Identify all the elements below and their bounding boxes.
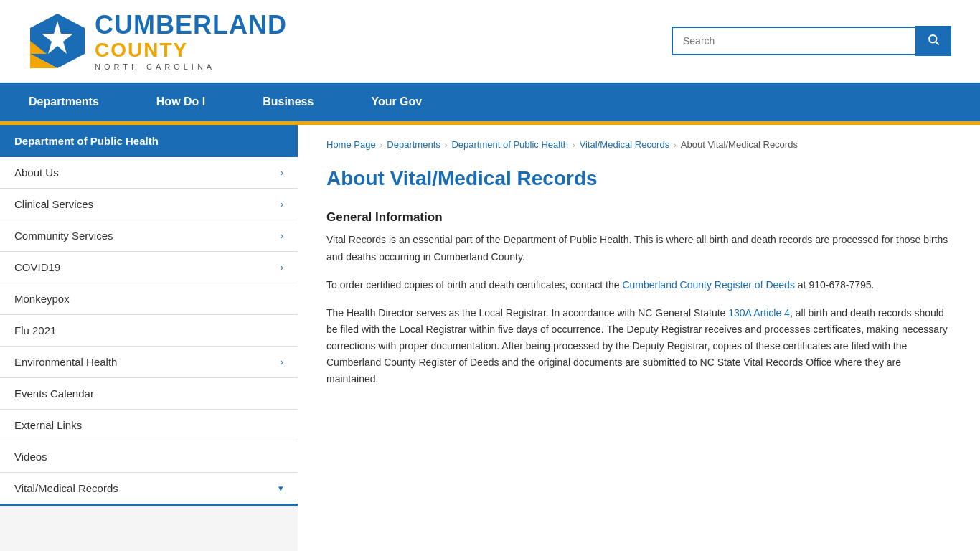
breadcrumb-current: About Vital/Medical Records <box>681 139 798 150</box>
nav-departments[interactable]: Departments <box>29 83 156 121</box>
sidebar-item-community[interactable]: Community Services › <box>0 220 298 252</box>
sidebar-header: Department of Public Health <box>0 125 298 157</box>
sidebar-item-label: About Us <box>14 166 59 179</box>
logo-cumberland: CUMBERLAND <box>95 11 287 39</box>
statute-link[interactable]: 130A Article 4 <box>728 307 790 319</box>
search-area <box>672 26 951 56</box>
breadcrumb-dept-public-health[interactable]: Department of Public Health <box>451 139 568 150</box>
sidebar-arrow-icon: › <box>281 262 283 273</box>
sidebar-item-label: Environmental Health <box>14 356 117 368</box>
page-title: About Vital/Medical Records <box>326 167 951 190</box>
sidebar-item-label: Monkeypox <box>14 293 70 305</box>
logo-county: COUNTY <box>95 39 287 62</box>
sidebar-item-label: Events Calendar <box>14 387 94 400</box>
logo-nc: NORTH CAROLINA <box>95 62 287 71</box>
breadcrumb-vital-records[interactable]: Vital/Medical Records <box>580 139 669 150</box>
sidebar-item-monkeypox[interactable]: Monkeypox <box>0 283 298 315</box>
main-nav: Departments How Do I Business Your Gov <box>0 83 980 121</box>
sidebar-item-label: Videos <box>14 451 47 463</box>
sidebar-item-covid[interactable]: COVID19 › <box>0 252 298 283</box>
nav-business[interactable]: Business <box>263 83 371 121</box>
svg-line-5 <box>936 42 938 45</box>
section-heading-general: General Information <box>326 210 951 225</box>
sidebar-item-clinical[interactable]: Clinical Services › <box>0 189 298 220</box>
logo-area: CUMBERLAND COUNTY NORTH CAROLINA <box>29 11 287 71</box>
sidebar-arrow-icon: › <box>281 199 283 209</box>
sidebar-item-videos[interactable]: Videos <box>0 441 298 473</box>
sidebar-item-external[interactable]: External Links <box>0 410 298 441</box>
nav-how-do-i[interactable]: How Do I <box>156 83 263 121</box>
breadcrumb-sep-4: › <box>674 141 677 149</box>
main-content: Home Page › Departments › Department of … <box>298 125 980 551</box>
content-area: Department of Public Health About Us › C… <box>0 125 980 551</box>
sidebar-arrow-icon: › <box>281 167 283 178</box>
breadcrumb: Home Page › Departments › Department of … <box>326 139 951 150</box>
breadcrumb-departments[interactable]: Departments <box>387 139 440 150</box>
sidebar-item-label: Clinical Services <box>14 198 93 210</box>
search-input[interactable] <box>672 27 915 55</box>
register-of-deeds-link[interactable]: Cumberland County Register of Deeds <box>622 279 794 291</box>
sidebar-item-label: COVID19 <box>14 261 60 273</box>
sidebar-item-vital-records[interactable]: Vital/Medical Records ▾ <box>0 473 298 506</box>
sidebar-item-flu[interactable]: Flu 2021 <box>0 315 298 347</box>
breadcrumb-home[interactable]: Home Page <box>326 139 376 150</box>
sidebar-item-label: External Links <box>14 419 82 431</box>
logo-text: CUMBERLAND COUNTY NORTH CAROLINA <box>95 11 287 71</box>
nav-your-gov[interactable]: Your Gov <box>371 83 479 121</box>
sidebar-item-label: Community Services <box>14 230 113 242</box>
search-icon <box>927 33 940 46</box>
sidebar-item-about-us[interactable]: About Us › <box>0 157 298 189</box>
body-paragraph-3: The Health Director serves as the Local … <box>326 305 951 387</box>
sidebar-arrow-icon: › <box>281 357 283 367</box>
site-header: CUMBERLAND COUNTY NORTH CAROLINA <box>0 0 980 83</box>
breadcrumb-sep-1: › <box>380 141 383 149</box>
sidebar-item-events[interactable]: Events Calendar <box>0 378 298 410</box>
sidebar-item-environmental[interactable]: Environmental Health › <box>0 347 298 378</box>
sidebar-item-label: Flu 2021 <box>14 324 56 336</box>
sidebar-item-label: Vital/Medical Records <box>14 482 118 494</box>
sidebar-arrow-icon: › <box>281 230 283 241</box>
breadcrumb-sep-2: › <box>445 141 448 149</box>
search-button[interactable] <box>915 26 951 56</box>
body-paragraph-2: To order certified copies of birth and d… <box>326 277 951 293</box>
body-paragraph-1: Vital Records is an essential part of th… <box>326 232 951 265</box>
svg-point-4 <box>929 35 937 43</box>
sidebar: Department of Public Health About Us › C… <box>0 125 298 551</box>
logo-icon <box>29 12 86 70</box>
breadcrumb-sep-3: › <box>573 141 575 149</box>
sidebar-expand-icon: ▾ <box>278 483 283 494</box>
